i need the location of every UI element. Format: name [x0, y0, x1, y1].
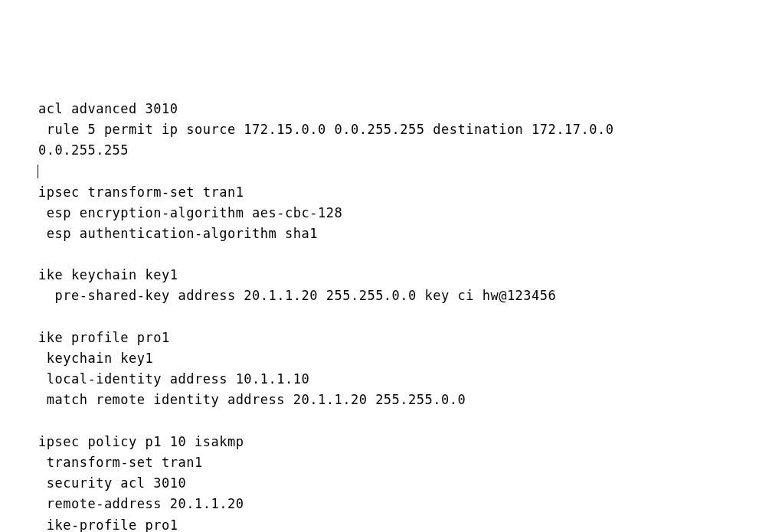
config-line-1: rule 5 permit ip source 172.15.0.0 0.0.2…	[38, 122, 613, 137]
config-line-8: ike keychain key1	[38, 267, 178, 282]
config-line-6: esp authentication-algorithm sha1	[38, 226, 318, 241]
config-line-9: pre-shared-key address 20.1.1.20 255.255…	[38, 288, 556, 303]
config-line-0: acl advanced 3010	[38, 101, 178, 116]
config-text: acl advanced 3010 rule 5 permit ip sourc…	[38, 99, 721, 532]
config-line-12: keychain key1	[38, 351, 153, 366]
config-line-19: remote-address 20.1.1.20	[38, 496, 244, 511]
config-line-20: ike-profile pro1	[38, 517, 178, 533]
text-cursor	[38, 165, 38, 178]
config-line-17: transform-set tran1	[38, 455, 203, 470]
config-line-5: esp encryption-algorithm aes-cbc-128	[38, 205, 342, 220]
config-line-2: 0.0.255.255	[38, 142, 129, 158]
config-line-13: local-identity address 10.1.1.10	[38, 371, 309, 387]
config-line-18: security acl 3010	[38, 475, 186, 491]
config-line-11: ike profile pro1	[38, 330, 170, 345]
config-line-16: ipsec policy p1 10 isakmp	[38, 434, 244, 449]
config-line-4: ipsec transform-set tran1	[38, 184, 244, 200]
config-line-14: match remote identity address 20.1.1.20 …	[38, 392, 466, 407]
